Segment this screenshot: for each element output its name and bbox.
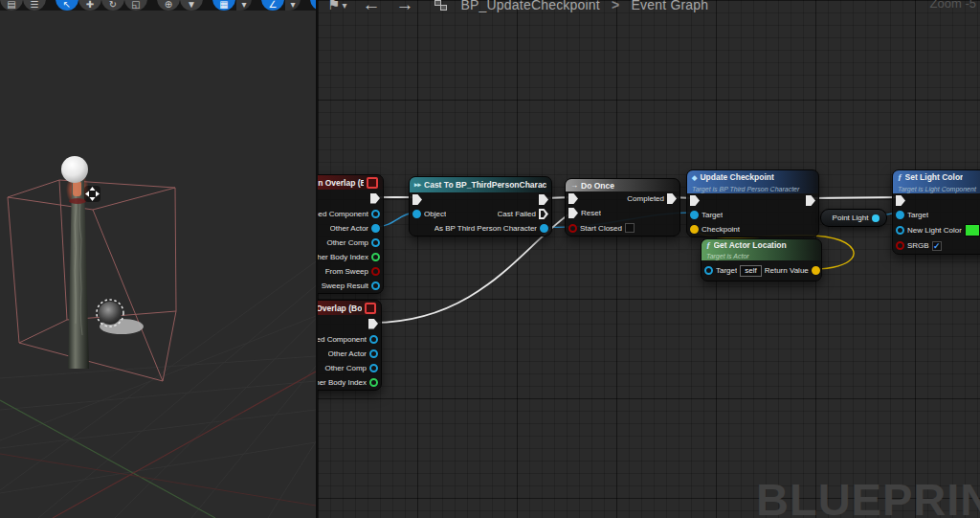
event-graph-panel[interactable]: BLUEPRINT ⚑ ▾ ← → BP_UpdateCheckpoint > … xyxy=(316,0,980,518)
select-tool-button[interactable]: ↖ xyxy=(56,0,78,11)
rotate-tool-button[interactable]: ↻ xyxy=(101,0,124,11)
pin-label: New Light Color xyxy=(907,226,962,235)
pin-label: Checkpoint xyxy=(702,225,740,234)
other-actor-pin[interactable] xyxy=(371,224,380,233)
node-cast-to-thirdpersoncharacter[interactable]: ▸▸ Cast To BP_ThirdPersonCharacter Objec… xyxy=(409,176,552,236)
node-point-light-variable[interactable]: Point Light xyxy=(820,209,887,227)
exec-in-pin[interactable] xyxy=(896,195,905,206)
start-closed-checkbox[interactable] xyxy=(625,223,635,233)
pin-label: Other Comp xyxy=(324,364,367,372)
other-body-index-pin[interactable] xyxy=(371,253,380,261)
graph-icon xyxy=(434,0,447,11)
node-set-light-color-header: ƒ Set Light Color Target is Light Compon… xyxy=(893,170,980,193)
translate-tool-button[interactable]: ✚ xyxy=(78,0,101,11)
target-pin[interactable] xyxy=(896,211,904,219)
breadcrumb-blueprint-name[interactable]: BP_UpdateCheckpoint xyxy=(460,0,599,12)
cast-failed-pin[interactable] xyxy=(539,209,548,219)
target-pin[interactable] xyxy=(690,211,699,219)
scale-tool-button[interactable]: ◱ xyxy=(124,0,147,11)
viewport-options-button[interactable]: ▤ xyxy=(0,0,23,11)
forward-arrow-icon[interactable]: → xyxy=(395,0,413,15)
scale-snap-button[interactable]: ◧ xyxy=(310,0,316,11)
pin-label: SRGB xyxy=(907,241,929,250)
point-light-sprite[interactable] xyxy=(99,302,122,325)
3d-viewport[interactable]: ▤☰↖✚↻◱⊕▼▦▾∠▾◧▾◎ xyxy=(0,0,316,518)
overlapped-component-pin[interactable] xyxy=(371,210,380,218)
pin-label: As BP Third Person Character xyxy=(434,224,537,233)
view-mode-button[interactable]: ☰ xyxy=(23,0,46,11)
overlapped-component-pin[interactable] xyxy=(369,335,378,344)
other-actor-pin[interactable] xyxy=(369,349,378,358)
node-do-once-header: → Do Once xyxy=(566,179,679,191)
pin-label: Sweep Result xyxy=(322,282,368,290)
node-cast-header: ▸▸ Cast To BP_ThirdPersonCharacter xyxy=(410,177,551,192)
rotation-snap-button[interactable]: ∠ xyxy=(261,0,284,11)
surface-snap-button[interactable]: ▼ xyxy=(180,0,203,11)
light-bulb-sphere[interactable] xyxy=(61,156,88,183)
checkpoint-pin[interactable] xyxy=(690,225,699,234)
completed-pin[interactable] xyxy=(667,193,677,204)
blueprint-editor-window: ▤☰↖✚↻◱⊕▼▦▾∠▾◧▾◎ BLUEPRINT ⚑ ▾ ← → BP_Upd… xyxy=(0,0,980,518)
grid-snap-button[interactable]: ▦ xyxy=(212,0,235,11)
grid-axis-red-2 xyxy=(0,454,316,506)
node-title: Update Checkpoint xyxy=(700,173,773,182)
move-gizmo-icon[interactable] xyxy=(84,186,100,202)
other-body-index-pin[interactable] xyxy=(369,378,378,387)
node-set-light-color[interactable]: ƒ Set Light Color Target is Light Compon… xyxy=(892,169,980,255)
exec-out-pin[interactable] xyxy=(539,194,548,205)
function-icon: ◆ xyxy=(692,173,697,182)
pin-label: Start Closed xyxy=(580,224,622,233)
target-self-input[interactable]: self xyxy=(740,265,761,277)
object-pin[interactable] xyxy=(412,210,421,218)
pin-label: Other Comp xyxy=(326,238,368,247)
coordinate-system-button[interactable]: ⊕ xyxy=(157,0,180,11)
node-begin-overlap-header: On Component Begin Overlap (Box) xyxy=(316,175,383,190)
exec-out-pin[interactable] xyxy=(370,193,380,204)
node-do-once[interactable]: → Do Once Completed Reset Start Closed xyxy=(565,178,680,236)
node-begin-overlap[interactable]: On Component Begin Overlap (Box) Overlap… xyxy=(316,174,384,294)
from-sweep-pin[interactable] xyxy=(371,267,380,276)
exec-out-pin[interactable] xyxy=(806,195,815,206)
function-icon: ƒ xyxy=(898,173,902,182)
node-update-checkpoint-header: ◆ Update Checkpoint Target is BP Third P… xyxy=(687,170,818,193)
exec-out-pin[interactable] xyxy=(368,319,378,329)
variable-label: Point Light xyxy=(833,214,869,222)
macro-icon: → xyxy=(570,181,578,190)
other-comp-pin[interactable] xyxy=(371,238,380,247)
srgb-checkbox[interactable]: ✓ xyxy=(932,241,942,251)
exec-in-pin[interactable] xyxy=(412,194,422,205)
other-comp-pin[interactable] xyxy=(369,364,378,372)
pin-label: Other Actor xyxy=(328,349,367,358)
cast-icon: ▸▸ xyxy=(414,181,421,189)
exec-in-pin[interactable] xyxy=(690,195,700,206)
grid-snap-value-button[interactable]: ▾ xyxy=(236,0,252,11)
srgb-pin[interactable] xyxy=(896,241,904,250)
exec-in-pin[interactable] xyxy=(568,193,578,204)
pin-label: Overlapped Component xyxy=(316,335,367,344)
new-light-color-pin[interactable] xyxy=(896,226,904,235)
back-arrow-icon[interactable]: ← xyxy=(362,0,380,15)
sweep-result-pin[interactable] xyxy=(371,282,380,290)
box-collision-wireframe[interactable] xyxy=(8,180,176,381)
node-update-checkpoint[interactable]: ◆ Update Checkpoint Target is BP Third P… xyxy=(686,169,819,237)
color-swatch[interactable] xyxy=(965,224,980,236)
node-get-actor-location[interactable]: ƒ Get Actor Location Target is Actor Tar… xyxy=(701,238,822,282)
pin-label: Target xyxy=(907,211,928,219)
bookmark-icon[interactable]: ⚑ xyxy=(327,0,340,13)
rotation-snap-value-button[interactable]: ▾ xyxy=(285,0,301,11)
zoom-level-label: Zoom -5 xyxy=(930,0,976,11)
pin-label: From Sweep xyxy=(325,267,368,276)
node-title: Get Actor Location xyxy=(714,241,787,250)
start-closed-pin[interactable] xyxy=(568,224,577,233)
return-value-pin[interactable] xyxy=(812,266,820,275)
as-character-pin[interactable] xyxy=(540,224,548,233)
bookmark-dropdown-icon[interactable]: ▾ xyxy=(342,0,346,11)
reset-pin[interactable] xyxy=(568,208,578,218)
wire-layer xyxy=(318,0,980,518)
node-end-overlap[interactable]: On Component End Overlap (Box) Overlappe… xyxy=(316,300,382,391)
breadcrumb-graph-name[interactable]: Event Graph xyxy=(632,0,709,12)
point-light-output-pin[interactable] xyxy=(872,214,880,222)
target-pin[interactable] xyxy=(704,266,713,275)
node-subtitle: Target is Actor xyxy=(706,252,749,260)
event-icon xyxy=(367,177,378,189)
